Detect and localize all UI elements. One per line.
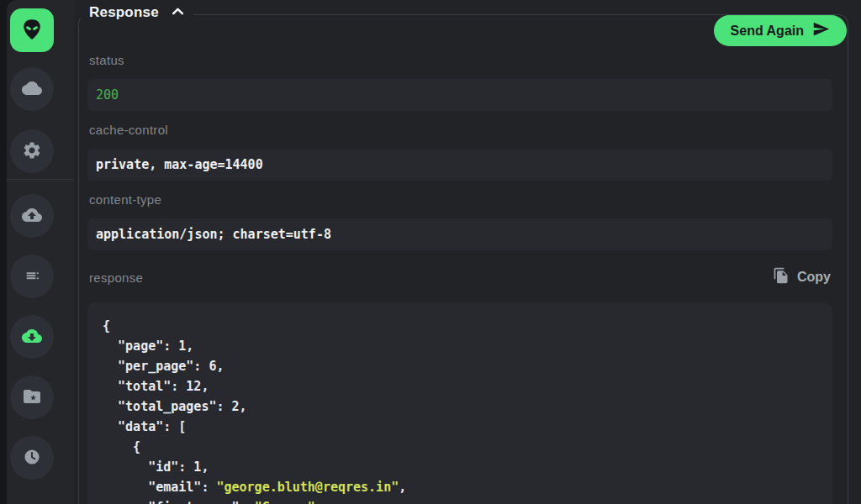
alien-logo-icon [19, 17, 45, 45]
response-code[interactable]: { "page": 1, "per_page": 6, "total": 12,… [87, 302, 832, 504]
content-type-value-box[interactable]: application/json; charset=utf-8 [87, 218, 832, 250]
copy-icon [773, 267, 790, 287]
code-line: { [103, 316, 819, 336]
send-again-label: Send Again [731, 24, 804, 39]
copy-button[interactable]: Copy [771, 267, 832, 287]
cloud-icon [22, 78, 42, 101]
code-line: "email": "george.bluth@reqres.in", [103, 477, 819, 497]
clock-icon [22, 447, 42, 470]
sidebar-item-collections[interactable] [10, 375, 54, 419]
main-content: Response status 200 cache-control privat… [74, 0, 861, 504]
code-line: "page": 1, [103, 336, 819, 356]
send-icon [812, 20, 830, 41]
code-line: "total_pages": 2, [103, 396, 819, 417]
sidebar-item-upload[interactable] [10, 194, 54, 238]
code-line: "total": 12, [103, 376, 819, 396]
sidebar-item-history[interactable] [10, 436, 54, 480]
code-line: "first_name": "George", [103, 497, 819, 504]
cache-control-value-box[interactable]: private, max-age=14400 [87, 149, 832, 181]
content-type-label: content-type [89, 192, 832, 207]
app-logo-button[interactable] [10, 8, 54, 52]
response-panel: Response status 200 cache-control privat… [78, 14, 848, 504]
copy-label: Copy [797, 270, 831, 285]
response-row: response Copy [87, 267, 832, 287]
sidebar-item-cloud[interactable] [10, 67, 54, 111]
sidebar-item-settings[interactable] [10, 129, 54, 173]
sidebar [7, 0, 74, 504]
response-header[interactable]: Response [81, 4, 193, 21]
gear-icon [22, 140, 42, 163]
status-value-box[interactable]: 200 [87, 79, 832, 111]
code-line: "id": 1, [103, 457, 819, 477]
chevron-up-icon[interactable] [171, 5, 185, 20]
code-line: "data": [ [103, 417, 819, 437]
response-label: response [89, 270, 143, 285]
code-line: "per_page": 6, [103, 356, 819, 376]
cloud-upload-icon [22, 205, 42, 228]
code-line: { [103, 437, 819, 457]
panel-title: Response [89, 4, 159, 21]
send-again-button[interactable]: Send Again [714, 15, 847, 46]
sidebar-divider [7, 179, 74, 180]
folder-star-icon [22, 386, 42, 409]
sidebar-item-list[interactable] [10, 255, 54, 298]
list-icon [22, 265, 42, 288]
cache-control-label: cache-control [89, 123, 832, 137]
cloud-download-icon [22, 326, 42, 349]
status-label: status [89, 53, 832, 67]
sidebar-item-download[interactable] [10, 315, 54, 359]
